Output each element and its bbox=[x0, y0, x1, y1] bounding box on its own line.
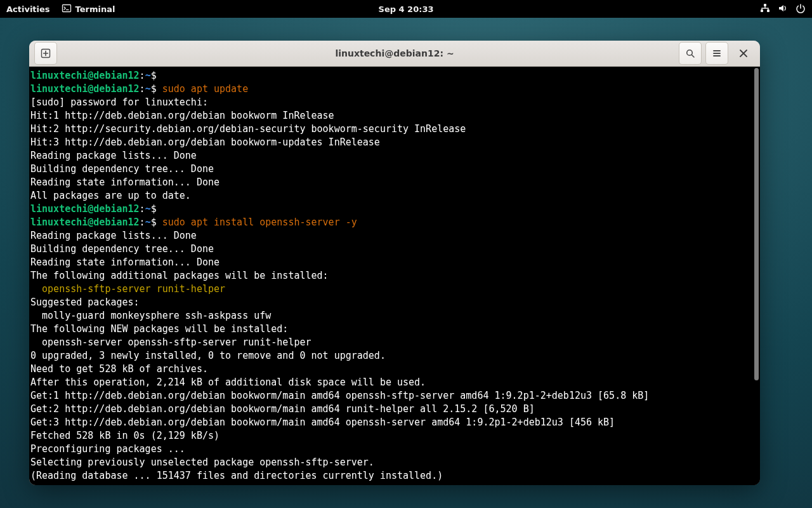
clock[interactable]: Sep 4 20:33 bbox=[379, 4, 434, 14]
activities-button[interactable]: Activities bbox=[6, 4, 50, 14]
svg-rect-0 bbox=[62, 4, 70, 11]
command-line: sudo apt update bbox=[162, 83, 248, 95]
output-line: Reading package lists... Done bbox=[30, 230, 197, 241]
terminal-scrollbar[interactable] bbox=[753, 67, 760, 485]
output-line: Need to get 528 kB of archives. bbox=[30, 363, 208, 375]
prompt-path: ~ bbox=[145, 70, 151, 81]
current-app-label: Terminal bbox=[75, 4, 115, 14]
current-app-indicator[interactable]: Terminal bbox=[62, 3, 115, 15]
output-line: Fetched 528 kB in 0s (2,129 kB/s) bbox=[30, 430, 219, 441]
output-line: The following NEW packages will be insta… bbox=[30, 323, 288, 335]
output-line: After this operation, 2,214 kB of additi… bbox=[30, 377, 426, 388]
output-line: The following additional packages will b… bbox=[30, 270, 329, 281]
window-titlebar: linuxtechi@debian12: ~ bbox=[29, 41, 760, 67]
terminal-window: linuxtechi@debian12: ~ linuxtechi@debian… bbox=[29, 41, 760, 485]
close-button[interactable] bbox=[732, 42, 755, 65]
output-line: Reading state information... Done bbox=[30, 257, 219, 268]
output-line: Hit:3 http://deb.debian.org/debian bookw… bbox=[30, 137, 380, 148]
output-line: Building dependency tree... Done bbox=[30, 243, 214, 255]
svg-rect-2 bbox=[764, 4, 766, 6]
output-line: Reading package lists... Done bbox=[30, 150, 197, 161]
output-line: 0 upgraded, 3 newly installed, 0 to remo… bbox=[30, 350, 386, 361]
power-icon[interactable] bbox=[796, 3, 806, 15]
window-title: linuxtechi@debian12: ~ bbox=[335, 48, 454, 58]
clock-label: Sep 4 20:33 bbox=[379, 4, 434, 14]
new-tab-button[interactable] bbox=[34, 42, 57, 65]
gnome-top-bar: Activities Terminal Sep 4 20:33 bbox=[0, 0, 812, 18]
output-line: Get:2 http://deb.debian.org/debian bookw… bbox=[30, 403, 535, 415]
volume-icon[interactable] bbox=[778, 3, 788, 15]
scrollbar-thumb[interactable] bbox=[754, 68, 759, 380]
svg-rect-4 bbox=[767, 10, 769, 12]
output-line: molly-guard monkeysphere ssh-askpass ufw bbox=[30, 310, 271, 321]
terminal-icon bbox=[62, 3, 72, 15]
output-line: Suggested packages: bbox=[30, 297, 140, 308]
svg-rect-3 bbox=[761, 10, 763, 12]
search-button[interactable] bbox=[679, 42, 702, 65]
output-line: Get:1 http://deb.debian.org/debian bookw… bbox=[30, 390, 649, 401]
output-line: openssh-server openssh-sftp-server runit… bbox=[30, 337, 311, 348]
terminal-output[interactable]: linuxtechi@debian12:~$ linuxtechi@debian… bbox=[29, 67, 753, 485]
activities-label: Activities bbox=[6, 4, 50, 14]
command-line: sudo apt install openssh-server -y bbox=[162, 217, 357, 228]
output-line-highlight: openssh-sftp-server runit-helper bbox=[30, 283, 225, 295]
output-line: Selecting previously unselected package … bbox=[30, 457, 374, 468]
output-line: [sudo] password for linuxtechi: bbox=[30, 97, 214, 108]
output-line: Building dependency tree... Done bbox=[30, 163, 214, 175]
output-line: Reading state information... Done bbox=[30, 177, 219, 188]
network-icon[interactable] bbox=[760, 3, 770, 15]
output-line: (Reading database ... 151437 files and d… bbox=[30, 470, 443, 481]
output-line: All packages are up to date. bbox=[30, 190, 191, 201]
svg-line-9 bbox=[691, 55, 694, 57]
output-line: Hit:1 http://deb.debian.org/debian bookw… bbox=[30, 110, 334, 121]
output-line: Get:3 http://deb.debian.org/debian bookw… bbox=[30, 417, 615, 428]
output-line: Preconfiguring packages ... bbox=[30, 443, 185, 455]
output-line: Hit:2 http://security.debian.org/debian-… bbox=[30, 123, 466, 135]
prompt-user-host: linuxtechi@debian12 bbox=[30, 70, 140, 81]
terminal-viewport: linuxtechi@debian12:~$ linuxtechi@debian… bbox=[29, 67, 760, 485]
hamburger-menu-button[interactable] bbox=[705, 42, 728, 65]
